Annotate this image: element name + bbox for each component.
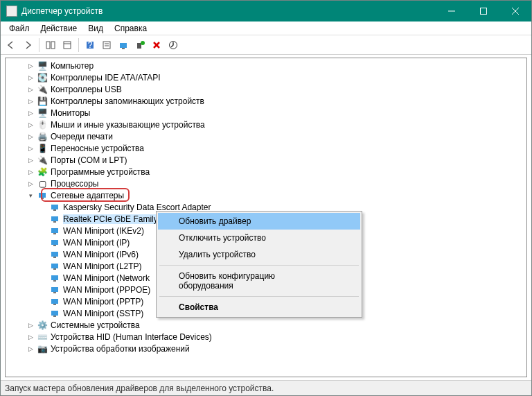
- adapter-icon: [49, 308, 60, 319]
- expand-icon[interactable]: ▷: [26, 155, 35, 164]
- properties-button[interactable]: [60, 37, 75, 53]
- expand-icon[interactable]: ▷: [26, 85, 35, 94]
- imaging-icon: 📷: [37, 343, 48, 354]
- context-disable-device[interactable]: Отключить устройство: [158, 230, 360, 246]
- tree-item-label: WAN Miniport (IP): [63, 238, 130, 248]
- tree-item-label: Мыши и иные указывающие устройства: [51, 120, 205, 130]
- action-button[interactable]: [99, 37, 114, 53]
- svg-rect-34: [51, 275, 58, 280]
- close-button[interactable]: [499, 1, 531, 21]
- svg-text:?: ?: [88, 40, 93, 50]
- tree-item-portable[interactable]: ▷📱Переносные устройства: [6, 142, 526, 154]
- svg-rect-5: [51, 42, 55, 49]
- adapter-icon: [49, 249, 60, 260]
- svg-rect-14: [122, 48, 125, 49]
- tree-item-hid[interactable]: ▷⌨️Устройства HID (Human Interface Devic…: [6, 331, 526, 343]
- tree-item-label: WAN Miniport (IPv6): [63, 250, 139, 259]
- tree-item-label: Процессоры: [51, 179, 99, 189]
- expand-icon[interactable]: ▷: [26, 167, 35, 176]
- svg-rect-21: [41, 198, 44, 199]
- tree-item-imaging[interactable]: ▷📷Устройства обработки изображений: [6, 343, 526, 354]
- tree-item-label: Realtek PCIe GbE Family C: [63, 214, 166, 224]
- expand-icon[interactable]: ▷: [26, 73, 35, 82]
- help-button[interactable]: ?: [82, 37, 98, 53]
- tree-item-computer[interactable]: ▷🖥️Компьютер: [6, 60, 526, 71]
- expand-icon[interactable]: ▷: [26, 120, 35, 129]
- uninstall-button[interactable]: [149, 37, 164, 53]
- minimize-button[interactable]: [436, 1, 468, 21]
- tree-item-print-queues[interactable]: ▷🖨️Очереди печати: [6, 130, 526, 142]
- app-icon: [6, 6, 17, 17]
- svg-rect-33: [53, 268, 56, 270]
- toolbar-separator: [39, 38, 39, 52]
- ide-icon: 💽: [37, 72, 48, 83]
- adapter-icon: [49, 284, 60, 295]
- expand-icon[interactable]: ▷: [26, 132, 35, 141]
- expand-icon[interactable]: ▷: [26, 179, 35, 188]
- tree-item-monitors[interactable]: ▷🖥️Мониторы: [6, 107, 526, 119]
- expand-icon[interactable]: ▷: [26, 108, 35, 117]
- tree-item-label: Устройства обработки изображений: [51, 344, 190, 354]
- svg-rect-1: [481, 8, 487, 15]
- svg-rect-27: [53, 233, 56, 234]
- context-uninstall-device[interactable]: Удалить устройство: [158, 246, 360, 263]
- tree-item-label: WAN Miniport (SSTP): [63, 309, 143, 318]
- svg-rect-35: [53, 280, 56, 282]
- context-separator: [159, 296, 359, 297]
- context-properties[interactable]: Свойства: [158, 299, 360, 316]
- tree-item-label: WAN Miniport (IKEv2): [63, 226, 144, 236]
- tree-item-label: Контроллеры запоминающих устройств: [51, 96, 204, 106]
- expand-icon[interactable]: ▷: [26, 61, 35, 70]
- window-title: Диспетчер устройств: [21, 6, 436, 16]
- collapse-icon[interactable]: ▾: [26, 191, 35, 200]
- tree-item-processors[interactable]: ▷▢Процессоры: [6, 178, 526, 189]
- monitor-icon: 🖥️: [37, 107, 48, 119]
- forward-button[interactable]: [20, 37, 35, 53]
- maximize-button[interactable]: [468, 1, 499, 21]
- tree-item-storage[interactable]: ▷💾Контроллеры запоминающих устройств: [6, 95, 526, 107]
- svg-rect-32: [51, 264, 58, 268]
- tree-item-usb[interactable]: ▷🔌Контроллеры USB: [6, 83, 526, 95]
- menu-file[interactable]: Файл: [3, 22, 35, 35]
- window-controls: [436, 1, 531, 21]
- show-hide-tree-button[interactable]: [43, 37, 58, 53]
- svg-rect-41: [53, 316, 56, 317]
- svg-rect-24: [51, 216, 58, 221]
- tree-item-system-devices[interactable]: ▷⚙️Системные устройства: [6, 319, 526, 331]
- expand-icon[interactable]: ▷: [26, 320, 35, 329]
- svg-rect-37: [53, 292, 56, 293]
- add-legacy-button[interactable]: [132, 37, 148, 53]
- svg-rect-23: [53, 209, 56, 211]
- adapter-icon: [49, 214, 60, 225]
- tree-item-ports[interactable]: ▷🔌Порты (COM и LPT): [6, 154, 526, 166]
- adapter-icon: [49, 202, 60, 213]
- scan-hardware-button[interactable]: [116, 37, 131, 53]
- context-menu: Обновить драйвер Отключить устройство Уд…: [156, 211, 362, 318]
- tree-item-software-devices[interactable]: ▷🧩Программные устройства: [6, 166, 526, 178]
- menu-action[interactable]: Действие: [35, 22, 83, 35]
- expand-icon[interactable]: ▷: [26, 144, 35, 153]
- menu-help[interactable]: Справка: [109, 22, 152, 35]
- back-button[interactable]: [3, 37, 19, 53]
- svg-rect-40: [51, 311, 58, 316]
- tree-item-ide[interactable]: ▷💽Контроллеры IDE ATA/ATAPI: [6, 71, 526, 83]
- menu-bar: Файл Действие Вид Справка: [1, 21, 531, 35]
- tree-item-mice[interactable]: ▷🖱️Мыши и иные указывающие устройства: [6, 119, 526, 130]
- expand-icon[interactable]: ▷: [26, 96, 35, 105]
- context-update-driver[interactable]: Обновить драйвер: [158, 213, 360, 230]
- context-scan-hardware[interactable]: Обновить конфигурацию оборудования: [158, 268, 360, 294]
- svg-rect-28: [51, 240, 58, 245]
- adapter-icon: [49, 225, 60, 236]
- system-icon: ⚙️: [37, 320, 48, 331]
- usb-icon: 🔌: [37, 84, 48, 95]
- status-text: Запуск мастера обновления драйверов для …: [5, 384, 274, 393]
- expand-icon[interactable]: ▷: [26, 344, 35, 353]
- update-driver-button[interactable]: [166, 37, 181, 53]
- menu-view[interactable]: Вид: [82, 22, 109, 35]
- software-icon: 🧩: [37, 166, 48, 178]
- cpu-icon: ▢: [37, 178, 48, 189]
- tree-item-network-adapters[interactable]: ▾Сетевые адаптеры: [6, 189, 526, 201]
- svg-rect-31: [53, 257, 56, 258]
- expand-icon[interactable]: ▷: [26, 332, 35, 341]
- tree-item-label: Контроллеры USB: [51, 85, 122, 94]
